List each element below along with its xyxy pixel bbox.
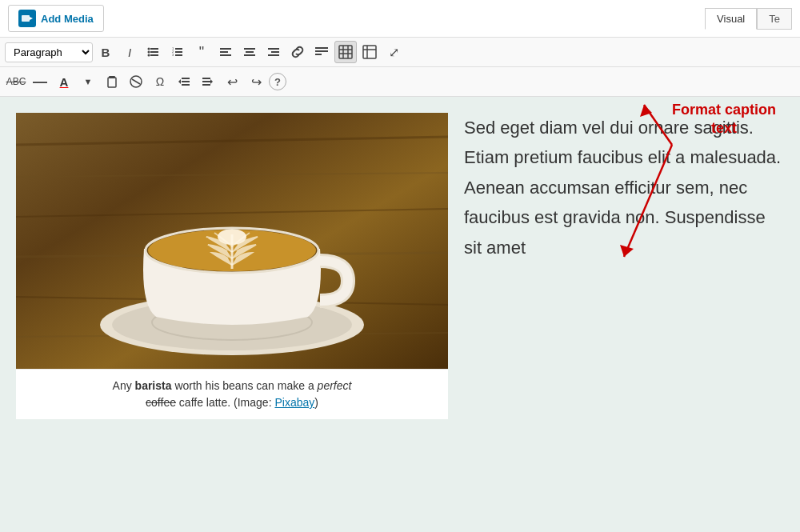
- editor-container: Add Media Visual Te Paragraph Heading 1 …: [0, 0, 800, 532]
- align-center-button[interactable]: [238, 41, 261, 63]
- svg-rect-20: [268, 48, 279, 50]
- caption-italic-text: perfect: [318, 379, 352, 392]
- svg-rect-23: [315, 47, 328, 49]
- svg-rect-19: [244, 54, 255, 56]
- paste-as-text-button[interactable]: [101, 70, 123, 93]
- fullscreen-button[interactable]: ⤢: [382, 41, 405, 63]
- left-section: Any barista worth his beans can make a p…: [16, 113, 448, 516]
- font-color-button[interactable]: A: [53, 70, 75, 93]
- undo-button[interactable]: ↩: [221, 70, 243, 93]
- svg-rect-9: [175, 51, 182, 53]
- svg-rect-26: [339, 46, 352, 58]
- svg-line-37: [132, 79, 140, 84]
- clear-formatting-button[interactable]: [125, 70, 147, 93]
- tab-visual[interactable]: Visual: [705, 8, 757, 30]
- outdent-button[interactable]: [173, 70, 195, 93]
- add-media-button[interactable]: Add Media: [8, 5, 104, 32]
- svg-rect-3: [150, 51, 158, 53]
- strikethrough-button[interactable]: ABC: [5, 70, 27, 93]
- unordered-list-button[interactable]: [142, 41, 165, 63]
- svg-rect-15: [220, 51, 228, 53]
- svg-rect-39: [182, 81, 190, 82]
- caption-strikethrough-text: coffee: [146, 396, 176, 409]
- ordered-list-button[interactable]: 123: [166, 41, 189, 63]
- svg-point-6: [148, 51, 150, 54]
- toolbar-row1: Paragraph Heading 1 Heading 2 B I 123 ": [0, 38, 800, 67]
- coffee-image: [16, 113, 448, 369]
- svg-rect-22: [268, 54, 279, 56]
- font-color-dropdown[interactable]: ▼: [77, 70, 99, 93]
- svg-rect-35: [108, 78, 116, 87]
- view-tabs: Visual Te: [705, 8, 792, 30]
- svg-rect-14: [220, 48, 231, 50]
- body-text: Sed eget diam vel dui ornare sagittis. E…: [464, 113, 784, 262]
- svg-text:3: 3: [172, 53, 174, 57]
- tab-text[interactable]: Te: [757, 8, 792, 30]
- caption-after-text: caffe latte. (Image:: [176, 396, 274, 409]
- table-button[interactable]: [334, 41, 357, 63]
- italic-button[interactable]: I: [118, 41, 141, 63]
- svg-rect-4: [150, 54, 158, 56]
- svg-rect-38: [182, 78, 190, 79]
- svg-rect-31: [363, 46, 376, 58]
- svg-point-58: [218, 229, 246, 245]
- align-right-button[interactable]: [262, 41, 285, 63]
- svg-rect-2: [150, 48, 158, 50]
- svg-marker-41: [178, 79, 181, 84]
- svg-rect-40: [182, 84, 190, 86]
- svg-rect-17: [244, 48, 255, 50]
- svg-marker-45: [210, 79, 213, 84]
- special-char-button[interactable]: Ω: [149, 70, 171, 93]
- svg-rect-16: [220, 54, 231, 56]
- caption-close: ): [314, 396, 318, 409]
- caption-pre-text: Any: [113, 379, 135, 392]
- caption-bold-text: barista: [135, 379, 172, 392]
- svg-rect-8: [175, 48, 182, 50]
- svg-rect-24: [315, 50, 328, 52]
- svg-rect-21: [271, 51, 279, 53]
- bold-button[interactable]: B: [94, 41, 117, 63]
- svg-rect-0: [22, 15, 30, 22]
- right-section: Sed eget diam vel dui ornare sagittis. E…: [464, 113, 784, 516]
- top-bar: Add Media Visual Te: [0, 0, 800, 38]
- caption-area: Any barista worth his beans can make a p…: [16, 369, 448, 419]
- svg-rect-44: [202, 84, 210, 86]
- horizontal-rule-button[interactable]: —: [29, 70, 51, 93]
- paragraph-select[interactable]: Paragraph Heading 1 Heading 2: [5, 42, 93, 62]
- svg-point-5: [148, 48, 150, 50]
- svg-point-7: [148, 54, 150, 57]
- redo-button[interactable]: ↪: [245, 70, 267, 93]
- align-left-button[interactable]: [214, 41, 237, 63]
- svg-rect-25: [315, 54, 322, 55]
- content-area: Any barista worth his beans can make a p…: [0, 97, 800, 532]
- read-more-button[interactable]: [310, 41, 333, 63]
- caption-mid-text: worth his beans can make a: [172, 379, 318, 392]
- svg-rect-43: [202, 81, 210, 82]
- svg-rect-42: [202, 78, 210, 79]
- help-button[interactable]: ?: [269, 73, 286, 90]
- indent-button[interactable]: [197, 70, 219, 93]
- svg-rect-10: [175, 54, 182, 56]
- table2-button[interactable]: [358, 41, 381, 63]
- link-button[interactable]: [286, 41, 309, 63]
- toolbar-row2: ABC — A ▼ Ω ↩ ↪ ?: [0, 67, 800, 97]
- add-media-icon: [18, 10, 36, 27]
- svg-marker-1: [30, 17, 33, 20]
- blockquote-button[interactable]: ": [190, 41, 213, 63]
- caption-link[interactable]: Pixabay: [274, 396, 314, 409]
- add-media-label: Add Media: [41, 13, 94, 25]
- svg-rect-18: [246, 51, 254, 53]
